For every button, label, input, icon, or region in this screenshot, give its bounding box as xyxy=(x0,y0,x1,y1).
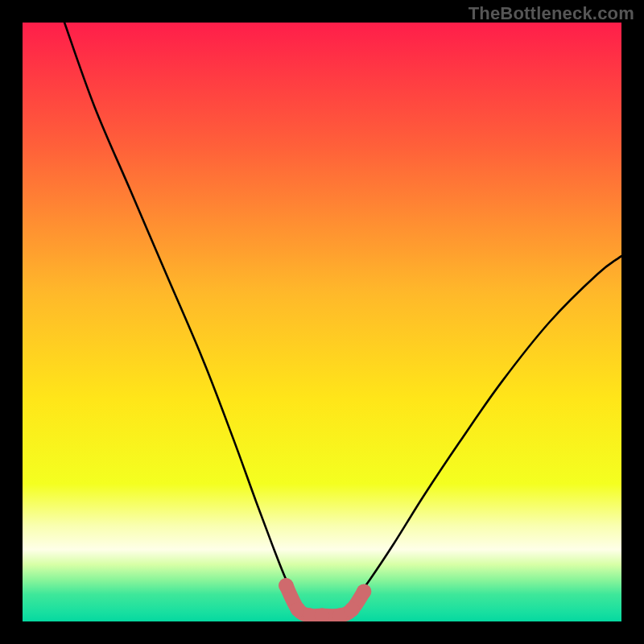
chart-frame: TheBottleneck.com xyxy=(0,0,644,644)
highlight-dot xyxy=(357,584,372,600)
highlight-dot xyxy=(345,602,360,617)
bottleneck-curve xyxy=(64,23,621,617)
curve-layer xyxy=(23,23,621,621)
watermark-text: TheBottleneck.com xyxy=(469,3,634,24)
highlight-dot xyxy=(279,578,294,593)
plot-area xyxy=(23,23,621,621)
